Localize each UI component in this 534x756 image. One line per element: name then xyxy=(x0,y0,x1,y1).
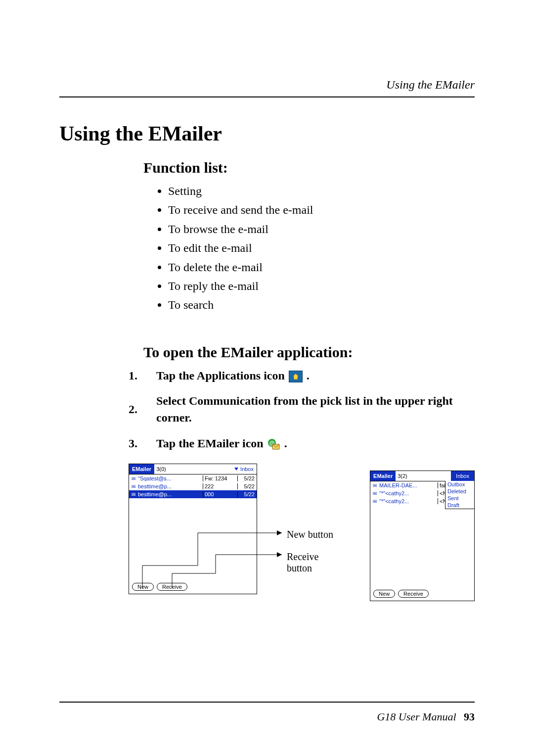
screenshot-inbox-closed: EMailer 3(0) Inbox ✉ "Sqatest@s... Fw: 1… xyxy=(129,464,257,594)
step-2: 2. Select Communication from the pick li… xyxy=(129,393,475,426)
callout-new-button: New button xyxy=(287,529,333,540)
from-cell: "*"<cathy2... xyxy=(379,490,438,496)
function-list: Setting To receive and send the e-mail T… xyxy=(168,183,475,313)
callout-receive-button: Receive button xyxy=(287,551,335,574)
step-3: 3. Tap the EMailer icon @ . xyxy=(129,435,475,452)
folder-picker-label: Inbox xyxy=(240,466,254,472)
svg-marker-3 xyxy=(277,530,282,535)
email-icon: @ xyxy=(267,439,280,450)
app-name-badge: EMailer xyxy=(370,471,396,481)
list-item: To search xyxy=(168,297,475,313)
step-number: 2. xyxy=(129,401,142,418)
list-item: To delete the e-mail xyxy=(168,259,475,275)
dropdown-item[interactable]: Sent xyxy=(445,495,474,502)
dropdown-item[interactable]: Outbox xyxy=(445,481,474,488)
step-text: Tap the Applications icon xyxy=(156,369,285,382)
new-button[interactable]: New xyxy=(373,590,395,598)
list-item: To browse the e-mail xyxy=(168,221,475,237)
step-text: Select Communication from the pick list … xyxy=(156,393,475,426)
from-cell: besttime@p... xyxy=(138,483,203,489)
from-cell: "*"<cathy2... xyxy=(379,498,438,504)
date-cell: 5/22 xyxy=(237,491,257,497)
page-title: Using the EMailer xyxy=(59,122,475,145)
page-number: 93 xyxy=(464,710,475,723)
envelope-open-icon: ✉ xyxy=(129,484,138,489)
dropdown-item[interactable]: Deleted xyxy=(445,488,474,495)
dropdown-item[interactable]: Draft xyxy=(445,502,474,509)
folder-picker[interactable]: Inbox xyxy=(234,466,257,472)
section-open-emailer: To open the EMailer application: xyxy=(143,344,475,361)
step-text: Tap the EMailer icon xyxy=(156,437,264,450)
subject-cell: Fw: 1234 xyxy=(203,475,237,481)
step-1: 1. Tap the Applications icon . xyxy=(129,368,475,384)
from-cell: besttime@p... xyxy=(138,491,203,497)
list-item: Setting xyxy=(168,183,475,199)
subject-cell: 000 xyxy=(203,491,237,497)
app-name-badge: EMailer xyxy=(129,464,154,474)
chevron-down-icon xyxy=(234,468,238,471)
receive-button[interactable]: Receive xyxy=(157,583,187,591)
subject-cell: 222 xyxy=(203,483,237,489)
svg-marker-4 xyxy=(277,552,282,557)
step-text-post: . xyxy=(307,369,310,382)
date-cell: 5/22 xyxy=(237,483,257,489)
table-row[interactable]: ✉ "Sqatest@s... Fw: 1234 5/22 xyxy=(129,474,257,482)
from-cell: "Sqatest@s... xyxy=(138,475,203,481)
manual-name: G18 User Manual xyxy=(377,710,456,723)
message-list: ✉ "Sqatest@s... Fw: 1234 5/22 ✉ besttime… xyxy=(129,474,257,498)
inbox-count: 3(0) xyxy=(154,466,168,472)
list-item: To receive and send the e-mail xyxy=(168,202,475,218)
folder-dropdown[interactable]: Outbox Deleted Sent Draft xyxy=(445,481,474,509)
envelope-closed-icon: ✉ xyxy=(370,499,379,504)
section-function-list: Function list: xyxy=(143,159,475,176)
table-row[interactable]: ✉ besttime@p... 222 5/22 xyxy=(129,482,257,490)
from-cell: MAILER-DAE... xyxy=(379,482,438,488)
inbox-count: 3(2) xyxy=(396,473,409,479)
envelope-closed-icon: ✉ xyxy=(370,491,379,496)
footer: G18 User Manual 93 xyxy=(377,710,475,723)
header-rule xyxy=(59,96,475,97)
envelope-open-icon: ✉ xyxy=(129,476,138,481)
callout-labels: New button Receive button xyxy=(287,529,335,585)
folder-picker-open[interactable]: Inbox xyxy=(451,471,474,481)
table-row-selected[interactable]: ✉ besttime@p... 000 5/22 xyxy=(129,490,257,498)
step-text-post: . xyxy=(284,437,287,450)
new-button[interactable]: New xyxy=(132,583,154,591)
list-item: To reply the e-mail xyxy=(168,278,475,294)
running-header: Using the EMailer xyxy=(386,78,475,92)
envelope-open-icon: ✉ xyxy=(129,492,138,497)
footer-rule xyxy=(59,702,475,703)
date-cell: 5/22 xyxy=(237,475,257,481)
home-icon xyxy=(289,371,303,382)
folder-picker-label: Inbox xyxy=(456,473,469,479)
steps-list: 1. Tap the Applications icon . 2. Select… xyxy=(129,368,475,452)
step-number: 1. xyxy=(129,368,142,384)
screenshot-inbox-dropdown: EMailer 3(2) Inbox Outbox Deleted Sent D… xyxy=(370,471,475,601)
receive-button[interactable]: Receive xyxy=(398,590,429,598)
envelope-open-icon: ✉ xyxy=(370,483,379,488)
list-item: To edit the e-mail xyxy=(168,240,475,256)
step-number: 3. xyxy=(129,435,142,452)
